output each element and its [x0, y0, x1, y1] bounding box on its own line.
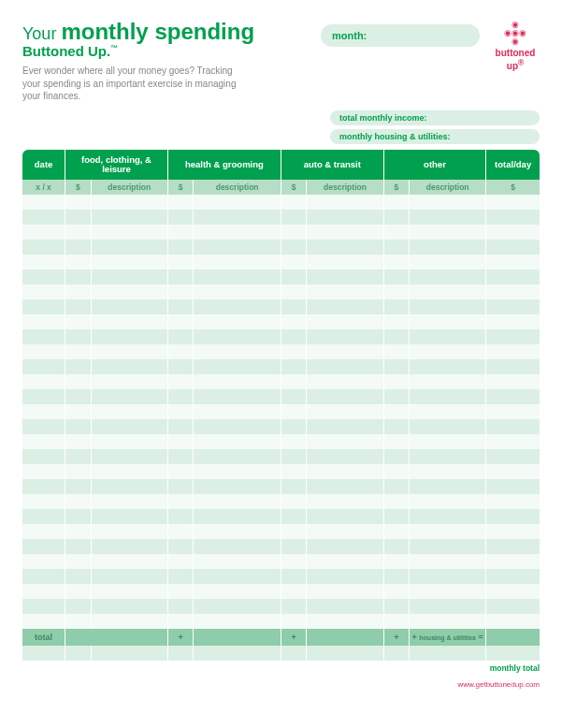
right-header: month: — [321, 19, 480, 47]
table-row[interactable] — [22, 434, 540, 449]
sub-amount: $ — [281, 180, 306, 195]
table-body — [22, 195, 540, 629]
sub-desc: description — [307, 180, 383, 195]
table-row[interactable] — [22, 599, 540, 614]
footer-url: www.getbuttonedup.com — [22, 680, 540, 689]
table-subheader: x / x $ description $ description $ desc… — [22, 180, 540, 195]
table-row[interactable] — [22, 284, 540, 299]
total-label: total — [22, 629, 65, 646]
income-field[interactable]: total monthly income: — [330, 110, 540, 125]
table-row[interactable] — [22, 374, 540, 389]
plus-icon: + — [383, 629, 409, 646]
table-row[interactable] — [22, 255, 540, 269]
col-date: date — [22, 150, 65, 181]
table-row[interactable] — [22, 449, 540, 464]
sub-desc: description — [194, 180, 281, 195]
table-row[interactable] — [22, 404, 540, 419]
page-subtitle: Buttoned Up.™ — [22, 43, 310, 59]
table-row[interactable] — [22, 344, 540, 359]
table-row[interactable] — [22, 494, 540, 509]
table-row[interactable] — [22, 329, 540, 344]
table-row[interactable] — [22, 269, 540, 284]
table-row[interactable] — [22, 419, 540, 434]
sub-amount: $ — [486, 180, 540, 195]
page-title: Your monthly spending — [22, 19, 310, 45]
title-block: Your monthly spending Buttoned Up.™ Ever… — [22, 19, 310, 103]
table-row[interactable] — [22, 389, 540, 404]
month-field[interactable]: month: — [321, 24, 480, 47]
sub-amount: $ — [167, 180, 193, 195]
table-row[interactable] — [22, 210, 540, 225]
sub-desc: description — [91, 180, 167, 195]
table-row[interactable] — [22, 359, 540, 374]
col-food: food, clothing, & leisure — [65, 150, 168, 181]
sub-amount: $ — [65, 180, 91, 195]
table-row[interactable] — [22, 614, 540, 629]
table-row[interactable] — [22, 584, 540, 599]
plus-icon: + — [167, 629, 193, 646]
col-other: other — [383, 150, 486, 181]
logo-text: buttoned up® — [491, 48, 540, 71]
table-row[interactable] — [22, 314, 540, 329]
plus-icon: + — [281, 629, 306, 646]
intro-text: Ever wonder where all your money goes? T… — [22, 65, 238, 103]
col-total: total/day — [486, 150, 540, 181]
housing-field[interactable]: monthly housing & utilities: — [330, 129, 540, 144]
table-row[interactable] — [22, 539, 540, 554]
logo-icon: ◉◉◉◉◉ — [491, 21, 540, 46]
table-row[interactable] — [22, 554, 540, 569]
col-auto: auto & transit — [281, 150, 383, 181]
plus-icon: + — [412, 633, 417, 642]
table-row[interactable] — [22, 464, 540, 479]
monthly-total-label: monthly total — [22, 663, 540, 673]
sub-desc: description — [410, 180, 486, 195]
table-row[interactable] — [22, 569, 540, 584]
table-row[interactable] — [22, 240, 540, 255]
sub-amount: $ — [383, 180, 409, 195]
table-row[interactable] — [22, 299, 540, 314]
table-row[interactable] — [22, 195, 540, 210]
total-row: total + + + + housing & utilities = — [22, 629, 540, 646]
final-row[interactable] — [22, 646, 540, 661]
table-header: date food, clothing, & leisure health & … — [22, 150, 540, 196]
sub-date: x / x — [22, 180, 65, 195]
hu-cell: + housing & utilities = — [410, 629, 486, 646]
spending-table: date food, clothing, & leisure health & … — [22, 150, 540, 662]
table-row[interactable] — [22, 225, 540, 240]
table-row[interactable] — [22, 479, 540, 494]
logo: ◉◉◉◉◉ buttoned up® — [491, 21, 540, 71]
col-health: health & grooming — [167, 150, 281, 181]
header: Your monthly spending Buttoned Up.™ Ever… — [22, 19, 540, 103]
summary-pills: total monthly income: monthly housing & … — [330, 110, 540, 144]
table-row[interactable] — [22, 509, 540, 524]
table-row[interactable] — [22, 524, 540, 539]
equals-icon: = — [479, 633, 483, 642]
